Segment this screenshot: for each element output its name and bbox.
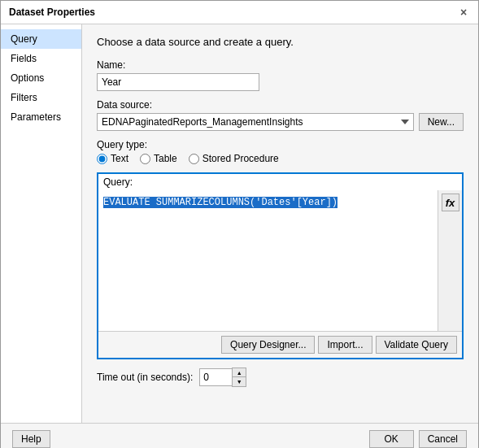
new-button[interactable]: New... [419,113,464,131]
timeout-row: Time out (in seconds): ▲ ▼ [97,368,464,387]
datasource-group: Data source: EDNAPaginatedReports_Manage… [97,99,464,131]
title-bar: Dataset Properties × [1,1,478,24]
sidebar: Query Fields Options Filters Parameters [1,24,82,423]
dataset-properties-dialog: Dataset Properties × Query Fields Option… [0,0,479,448]
query-section: Query: <span class="selected-text">EVALU… [97,172,464,359]
sidebar-item-filters[interactable]: Filters [1,88,81,107]
fx-button[interactable]: fx [442,194,459,211]
timeout-label: Time out (in seconds): [97,372,193,383]
query-type-group: Query type: Text Table Stored Procedure [97,139,464,164]
dialog-body: Query Fields Options Filters Parameters … [1,24,478,423]
datasource-row: EDNAPaginatedReports_ManagementInsights … [97,113,464,131]
fx-aside: fx [438,190,462,331]
timeout-input[interactable] [199,368,232,386]
query-actions: Query Designer... Import... Validate Que… [98,332,462,358]
query-type-row: Text Table Stored Procedure [97,153,464,164]
query-designer-button[interactable]: Query Designer... [221,336,315,354]
validate-query-button[interactable]: Validate Query [376,336,458,354]
ok-button[interactable]: OK [369,430,414,448]
datasource-select[interactable]: EDNAPaginatedReports_ManagementInsights [97,113,414,131]
name-group: Name: [97,59,464,91]
import-button[interactable]: Import... [318,336,372,354]
query-section-header: Query: [98,174,462,190]
help-button[interactable]: Help [12,430,50,448]
query-type-label: Query type: [97,139,464,150]
datasource-label: Data source: [97,99,464,111]
sidebar-item-options[interactable]: Options [1,68,81,88]
radio-table[interactable]: Table [140,153,177,164]
name-input[interactable] [97,73,259,91]
dialog-title: Dataset Properties [9,7,95,18]
spinner-down-button[interactable]: ▼ [233,377,246,386]
spinner-buttons: ▲ ▼ [232,368,246,387]
radio-stored-procedure[interactable]: Stored Procedure [189,153,279,164]
name-label: Name: [97,59,464,71]
fx-area: <span class="selected-text">EVALUATE SUM… [98,190,462,331]
main-content: Choose a data source and create a query.… [82,24,478,423]
query-textarea[interactable]: <span class="selected-text">EVALUATE SUM… [98,190,238,328]
cancel-button[interactable]: Cancel [419,430,467,448]
sidebar-item-fields[interactable]: Fields [1,49,81,68]
dialog-footer: Help OK Cancel [1,423,478,448]
footer-right: OK Cancel [369,430,467,448]
spinner-up-button[interactable]: ▲ [233,368,246,377]
sidebar-item-parameters[interactable]: Parameters [1,107,81,127]
timeout-spinner: ▲ ▼ [199,368,246,387]
sidebar-item-query[interactable]: Query [1,29,81,49]
page-title: Choose a data source and create a query. [97,36,464,48]
radio-text[interactable]: Text [97,153,128,164]
close-button[interactable]: × [457,6,470,19]
